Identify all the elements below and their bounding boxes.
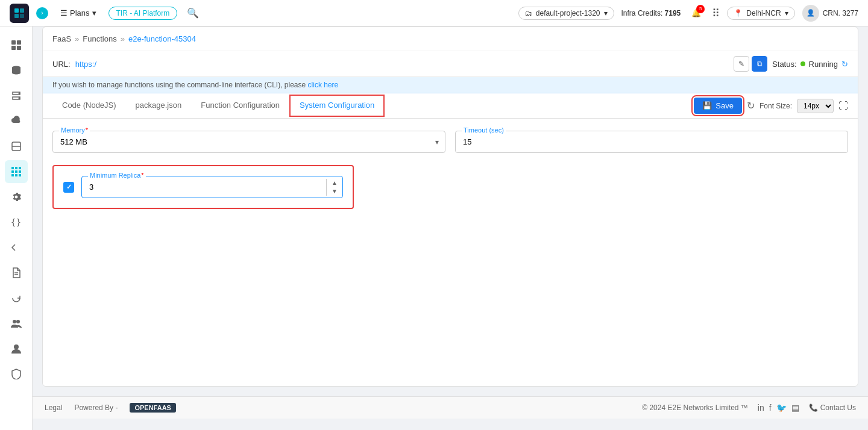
tab-package[interactable]: package.json	[126, 93, 192, 118]
nav-expand-button[interactable]: ›	[36, 7, 48, 19]
svg-point-9	[19, 93, 20, 94]
tabs-right-actions: 💾 Save ↻ Font Size: 12px 14px 16px 18px …	[694, 98, 848, 114]
project-selector[interactable]: 🗂 default-project-1320 ▾	[518, 7, 614, 20]
svg-rect-17	[15, 170, 17, 173]
tab-code[interactable]: Code (NodeJS)	[52, 93, 126, 118]
save-button[interactable]: 💾 Save	[694, 98, 742, 114]
font-refresh-icon[interactable]: ↻	[747, 100, 755, 111]
svg-rect-5	[17, 40, 21, 45]
infra-credits-value: 7195	[665, 9, 681, 17]
svg-rect-0	[14, 8, 19, 13]
cli-notice-link[interactable]: click here	[308, 81, 339, 89]
project-label: default-project-1320	[536, 9, 600, 17]
sidebar-item-collaboration[interactable]	[5, 312, 28, 335]
sidebar-item-shield[interactable]	[5, 363, 28, 385]
url-actions: ✎ ⧉	[734, 56, 767, 72]
sidebar-item-cloud[interactable]	[5, 110, 28, 132]
svg-point-10	[19, 98, 20, 99]
region-label: Delhi-NCR	[746, 9, 781, 17]
location-icon: 📍	[734, 9, 743, 17]
avatar: 👤	[802, 5, 819, 22]
status-dot	[800, 61, 805, 66]
tab-function-config[interactable]: Function Configuration	[191, 93, 289, 118]
platform-badge[interactable]: TIR - AI Platform	[108, 7, 178, 20]
min-replica-input-wrap: ▲ ▼	[82, 176, 342, 198]
svg-rect-4	[11, 40, 16, 45]
plans-label: Plans	[70, 8, 90, 17]
plans-menu[interactable]: ☰ Plans ▾	[55, 6, 101, 20]
font-size-select[interactable]: 12px 14px 16px 18px	[797, 99, 834, 113]
spinner-down-button[interactable]: ▼	[327, 187, 342, 196]
tab-system-config[interactable]: System Configuration	[289, 95, 385, 117]
contact-us-button[interactable]: 📞 Contact Us	[809, 404, 856, 412]
legal-link[interactable]: Legal	[45, 404, 62, 412]
sidebar-item-file[interactable]	[5, 261, 28, 284]
svg-rect-20	[15, 174, 17, 176]
refresh-status-icon[interactable]: ↻	[841, 60, 848, 69]
sidebar-item-database[interactable]	[5, 59, 28, 82]
save-icon: 💾	[702, 101, 712, 110]
user-label: CRN. 3277	[823, 9, 858, 17]
breadcrumb-faas: FaaS	[52, 34, 71, 43]
sidebar-item-cycle[interactable]	[5, 287, 28, 310]
spinner-up-button[interactable]: ▲	[327, 179, 342, 187]
linkedin-icon[interactable]: in	[758, 403, 764, 413]
social-icons: in f 🐦 ▤	[758, 403, 799, 413]
min-replica-field-wrapper: Minimum Replica ▲ ▼	[81, 176, 343, 198]
search-icon[interactable]: 🔍	[187, 7, 199, 19]
min-replica-checkbox[interactable]	[63, 182, 74, 193]
svg-rect-18	[19, 170, 21, 173]
notification-button[interactable]: 🔔 5	[688, 5, 705, 22]
svg-rect-21	[19, 174, 21, 176]
memory-label: Memory	[59, 126, 90, 134]
project-chevron-icon: ▾	[604, 9, 608, 17]
sidebar-item-server[interactable]	[5, 135, 28, 158]
status-indicator: Status: Running ↻	[772, 60, 848, 69]
breadcrumb-functions: Functions	[83, 34, 116, 43]
breadcrumb-function-name[interactable]: e2e-function-45304	[128, 34, 196, 43]
sidebar-item-user[interactable]	[5, 337, 28, 360]
content-area: FaaS » Functions » e2e-function-45304 UR…	[42, 26, 858, 387]
status-value: Running	[809, 60, 838, 69]
timeout-field-wrapper: Timeout (sec)	[455, 131, 848, 153]
copyright-text: © 2024 E2E Networks Limited ™	[642, 404, 748, 412]
sidebar-item-dashboard[interactable]	[5, 34, 28, 57]
rss-icon[interactable]: ▤	[791, 403, 799, 413]
facebook-icon[interactable]: f	[769, 403, 772, 413]
svg-rect-14	[15, 167, 17, 169]
nav-right-section: 🗂 default-project-1320 ▾ Infra Credits: …	[518, 5, 858, 22]
timeout-input[interactable]	[456, 131, 848, 152]
apps-grid-icon[interactable]: ⠿	[712, 7, 720, 20]
url-value[interactable]: https:/	[75, 60, 729, 69]
logo[interactable]	[10, 4, 29, 23]
sidebar-item-git[interactable]	[5, 236, 28, 259]
memory-select[interactable]: 256 MB 512 MB 1 GB 2 GB 4 GB	[53, 131, 445, 152]
user-menu[interactable]: 👤 CRN. 3277	[802, 5, 858, 22]
fullscreen-button[interactable]: ⛶	[838, 101, 848, 111]
sidebar-item-code[interactable]: {}	[5, 211, 28, 234]
min-replica-section: Minimum Replica ▲ ▼	[52, 165, 354, 209]
url-label: URL:	[52, 60, 71, 69]
openfaas-badge[interactable]: OPENFAAS	[130, 403, 176, 413]
svg-rect-16	[11, 170, 14, 173]
top-navigation: › ☰ Plans ▾ TIR - AI Platform 🔍 🗂 defaul…	[0, 0, 868, 26]
svg-rect-15	[19, 167, 21, 169]
twitter-icon[interactable]: 🐦	[776, 403, 787, 413]
main-content: FaaS » Functions » e2e-function-45304 UR…	[33, 26, 868, 430]
svg-rect-6	[11, 46, 16, 50]
min-replica-input[interactable]	[82, 176, 326, 198]
font-size-label: Font Size:	[760, 102, 792, 110]
svg-rect-7	[17, 46, 21, 50]
region-selector[interactable]: 📍 Delhi-NCR ▾	[727, 7, 794, 20]
powered-by-label: Powered By -	[74, 404, 118, 412]
plans-chevron-icon: ▾	[92, 8, 96, 17]
sidebar-item-grid[interactable]	[5, 160, 28, 183]
save-label: Save	[715, 101, 734, 110]
sidebar-item-storage[interactable]	[5, 84, 28, 107]
url-edit-button[interactable]: ✎	[734, 56, 749, 72]
project-folder-icon: 🗂	[525, 9, 532, 17]
url-copy-button[interactable]: ⧉	[752, 56, 767, 72]
breadcrumb: FaaS » Functions » e2e-function-45304	[43, 27, 858, 51]
sidebar-item-settings[interactable]	[5, 185, 28, 208]
status-label: Status:	[772, 60, 796, 69]
